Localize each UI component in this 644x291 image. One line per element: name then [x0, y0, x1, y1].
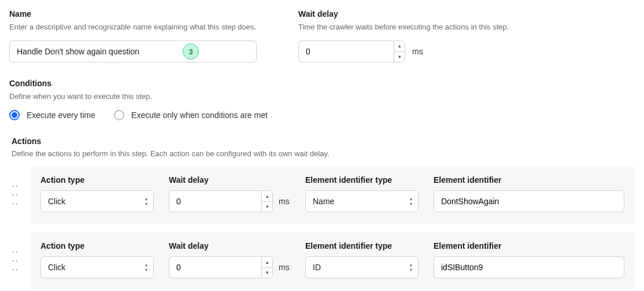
chevron-down-icon: ▾ [266, 204, 269, 209]
action-type-label: Action type [40, 175, 154, 185]
element-id-label: Element identifier [434, 175, 624, 185]
name-input[interactable] [9, 40, 257, 62]
select-chevrons-icon: ▴▾ [145, 197, 147, 207]
radio-unselected-icon [114, 110, 124, 120]
radio-selected-icon [9, 110, 20, 120]
element-id-input[interactable] [434, 256, 624, 278]
actions-label: Actions [12, 137, 635, 146]
action-type-select[interactable]: Click ▴▾ [40, 256, 154, 278]
actions-help: Define the actions to perform in this st… [12, 149, 635, 158]
action-wait-decrement[interactable]: ▾ [262, 268, 272, 278]
action-wait-stepper[interactable]: ▴ ▾ [169, 256, 273, 278]
action-row: Action type Click ▴▾ Wait delay ▴ ▾ [30, 166, 635, 224]
action-type-label: Action type [40, 241, 154, 251]
wait-delay-help: Time the crawler waits before executing … [298, 22, 587, 32]
action-wait-unit: ms [279, 197, 290, 206]
id-type-select[interactable]: ID ▴▾ [305, 256, 419, 278]
id-type-label: Element identifier type [305, 241, 419, 251]
wait-delay-stepper[interactable]: ▴ ▾ [298, 40, 405, 62]
wait-delay-label: Wait delay [298, 9, 587, 19]
element-id-label: Element identifier [434, 241, 624, 251]
action-wait-label: Wait delay [169, 241, 290, 251]
id-type-value: Name [313, 197, 334, 206]
conditions-label: Conditions [9, 79, 635, 88]
wait-delay-input[interactable] [298, 40, 394, 62]
element-id-input[interactable] [434, 190, 624, 212]
radio-execute-when-conditions-met[interactable]: Execute only when conditions are met [114, 110, 268, 120]
drag-handle-icon[interactable] [12, 182, 20, 208]
radio-label: Execute every time [27, 110, 95, 120]
action-wait-input[interactable] [169, 190, 261, 212]
chevron-up-icon: ▴ [266, 194, 269, 199]
action-wait-increment[interactable]: ▴ [262, 191, 272, 202]
conditions-help: Define when you want to execute this ste… [9, 91, 635, 102]
action-row: Action type Click ▴▾ Wait delay ▴ ▾ [30, 232, 635, 290]
wait-delay-increment[interactable]: ▴ [394, 41, 405, 52]
chevron-up-icon: ▴ [266, 260, 269, 265]
select-chevrons-icon: ▴▾ [145, 263, 147, 272]
action-wait-increment[interactable]: ▴ [262, 257, 272, 268]
chevron-up-icon: ▴ [398, 43, 401, 49]
select-chevrons-icon: ▴▾ [410, 197, 412, 207]
chevron-down-icon: ▾ [266, 270, 269, 275]
action-wait-unit: ms [279, 263, 290, 272]
action-wait-decrement[interactable]: ▾ [262, 202, 272, 212]
action-wait-label: Wait delay [169, 175, 290, 185]
action-wait-input[interactable] [169, 256, 261, 278]
id-type-value: ID [313, 263, 321, 272]
name-help: Enter a descriptive and recognizable nam… [9, 22, 275, 32]
drag-handle-icon[interactable] [12, 248, 20, 274]
id-type-select[interactable]: Name ▴▾ [305, 190, 419, 212]
radio-label: Execute only when conditions are met [131, 110, 268, 120]
wait-delay-decrement[interactable]: ▾ [394, 52, 405, 62]
select-chevrons-icon: ▴▾ [410, 263, 412, 272]
action-type-value: Click [48, 197, 65, 206]
id-type-label: Element identifier type [305, 175, 419, 185]
name-label: Name [9, 9, 275, 19]
wait-delay-unit: ms [412, 47, 423, 56]
action-type-select[interactable]: Click ▴▾ [40, 190, 154, 212]
action-wait-stepper[interactable]: ▴ ▾ [169, 190, 273, 212]
action-type-value: Click [48, 263, 65, 272]
radio-execute-every-time[interactable]: Execute every time [9, 110, 95, 120]
chevron-down-icon: ▾ [398, 54, 401, 60]
